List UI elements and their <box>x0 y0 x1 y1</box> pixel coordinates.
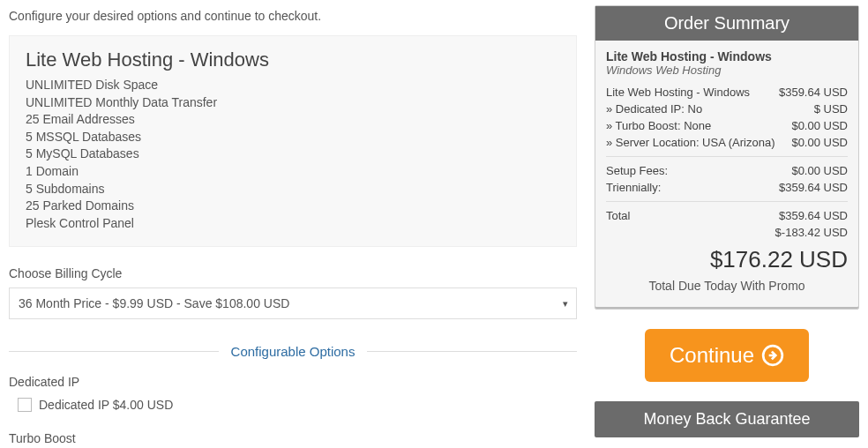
product-features: UNLIMITED Disk Space UNLIMITED Monthly D… <box>26 77 560 232</box>
billing-cycle-select[interactable]: 36 Month Price - $9.99 USD - Save $108.0… <box>9 287 577 319</box>
product-title: Lite Web Hosting - Windows <box>26 49 560 71</box>
feature-item: UNLIMITED Disk Space <box>26 77 560 94</box>
billing-cycle-label: Choose Billing Cycle <box>9 266 577 280</box>
feature-item: 1 Domain <box>26 163 560 181</box>
summary-fee: Triennially:$359.64 USD <box>606 179 848 196</box>
configurable-heading: Configurable Options <box>219 344 368 359</box>
summary-product-title: Lite Web Hosting - Windows <box>606 49 848 63</box>
configurable-divider: Configurable Options <box>9 344 577 359</box>
order-summary-header: Order Summary <box>595 6 858 41</box>
feature-item: 5 MySQL Databases <box>26 146 560 163</box>
feature-item: 5 MSSQL Databases <box>26 129 560 146</box>
feature-item: 25 Email Addresses <box>26 111 560 129</box>
continue-button[interactable]: Continue <box>645 329 809 382</box>
order-summary: Order Summary Lite Web Hosting - Windows… <box>595 5 859 310</box>
feature-item: 5 Subdomains <box>26 181 560 198</box>
money-back-guarantee-header: Money Back Guarantee <box>595 401 859 437</box>
product-panel: Lite Web Hosting - Windows UNLIMITED Dis… <box>9 35 577 247</box>
summary-fee: Setup Fees:$0.00 USD <box>606 162 848 179</box>
continue-label: Continue <box>670 343 754 368</box>
dedicated-ip-label: Dedicated IP <box>9 375 577 389</box>
summary-line: » Turbo Boost: None$0.00 USD <box>606 117 848 134</box>
summary-discount: $-183.42 USD <box>606 224 848 241</box>
summary-line: » Dedicated IP: No$ USD <box>606 101 848 117</box>
summary-total-line: Total$359.64 USD <box>606 207 848 224</box>
feature-item: 25 Parked Domains <box>26 198 560 215</box>
feature-item: UNLIMITED Monthly Data Transfer <box>26 94 560 112</box>
summary-grand-total: $176.22 USD <box>606 246 848 273</box>
summary-line: » Server Location: USA (Arizona)$0.00 US… <box>606 134 848 151</box>
dedicated-ip-option: Dedicated IP $4.00 USD <box>39 398 173 412</box>
intro-text: Configure your desired options and conti… <box>9 9 577 23</box>
arrow-right-circle-icon <box>761 344 784 367</box>
summary-due-label: Total Due Today With Promo <box>606 279 848 293</box>
feature-item: Plesk Control Panel <box>26 215 560 233</box>
summary-line: Lite Web Hosting - Windows$359.64 USD <box>606 84 848 101</box>
summary-product-subtitle: Windows Web Hosting <box>606 63 848 77</box>
turbo-boost-label: Turbo Boost <box>9 431 577 445</box>
dedicated-ip-checkbox[interactable] <box>18 398 32 412</box>
